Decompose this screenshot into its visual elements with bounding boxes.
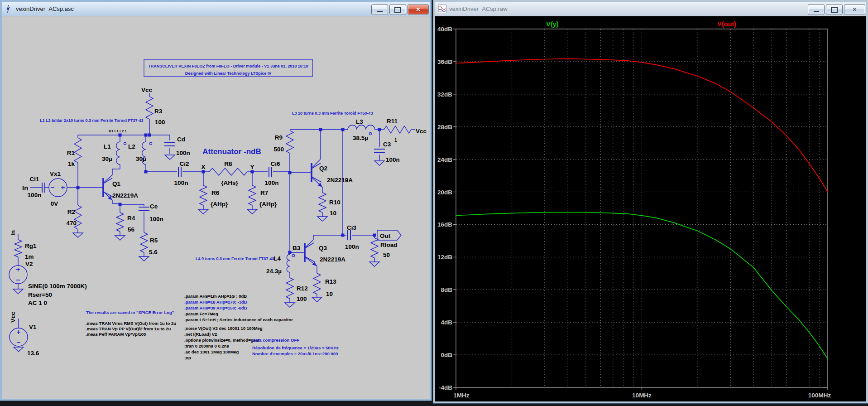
window-title: vexinDriver_ACsp.asc [16, 5, 74, 12]
schematic-label: 100n [345, 243, 359, 250]
schematic-label: R7 [260, 189, 268, 196]
schematic-label: Data compression OFF [252, 338, 299, 343]
y-axis-tick-label: 12dB [437, 254, 452, 261]
schematic-canvas[interactable]: TRANSCEIVER VEXIN F8EOZ from F8FEO - Dri… [2, 16, 430, 399]
schematic-label: Ce [150, 203, 158, 210]
schematic-label: R13 [325, 278, 336, 285]
schematic-label: .param AHs=1m AHp=1G ; 0dB [184, 294, 247, 299]
schematic-label: .net I(RLoad) V2 [184, 332, 217, 337]
ltspice-schematic-window: vexinDriver_ACsp.asc ✕ TRANSCEIVER VEXIN… [0, 0, 432, 401]
schematic-label: Out [380, 232, 391, 239]
y-axis-tick-label: 16dB [437, 221, 452, 228]
schematic-label: .meas TRAN Vrms RMS V(Out) from 1u to 2u [86, 321, 176, 326]
schematic-label: 1k [68, 160, 75, 167]
schematic-label: .meas TRAN Vp PP V(Out)/2 from 1u to 2u [86, 326, 171, 331]
schematic-label: 100n [28, 192, 42, 198]
minimize-icon [814, 11, 819, 12]
schematic-label: AC 1 0 [28, 300, 47, 306]
schematic-label: Rg1 [25, 242, 37, 249]
maximize-button[interactable] [826, 4, 843, 15]
schematic-label: 100n [149, 216, 163, 222]
schematic-label: ;noise V(Out) V2 dec 10001 10 100Meg [184, 326, 263, 331]
schematic-label: 100n [386, 156, 400, 163]
close-button[interactable]: ✕ [408, 4, 429, 15]
y-axis-tick-label: 36dB [437, 58, 452, 65]
ltspice-waveform-window: vexinDriver_ACsp.raw ✕ 40dB36dB32dB28dB2… [433, 0, 868, 403]
waveform-icon [438, 5, 446, 13]
schematic-label: 2N2219A [327, 177, 353, 184]
schematic-label: .param Fc=7Meg [184, 311, 218, 316]
schematic-label: TRANSCEIVER VEXIN F8EOZ from F8FEO - Dri… [148, 64, 308, 68]
y-axis-tick-label: 8dB [441, 286, 452, 293]
schematic-label: 10 [330, 210, 336, 217]
schematic-label: Rser=50 [28, 291, 52, 298]
schematic-label: L2 [128, 143, 135, 150]
schematic-label: ;op [184, 355, 191, 360]
legend-entry: V(out) [717, 20, 736, 28]
schematic-label: L3 [356, 118, 363, 125]
x-axis-tick-label: 1MHz [453, 392, 470, 399]
schematic-label: Ci1 [29, 176, 39, 183]
maximize-button[interactable] [389, 4, 406, 15]
schematic-label: L1 L2 bifilar 2x10 turns 0.3 mm Ferrite … [40, 118, 143, 123]
schematic-label: Q1 [112, 180, 121, 187]
schematic-label: L4 9 turns 0.3 mm Ferrite Toroid FT37-43 [196, 256, 274, 261]
schematic-label: Ci6 [270, 160, 280, 167]
schematic-label: Q2 [319, 165, 327, 172]
schematic-label: 100 [155, 119, 165, 126]
waveform-plot-canvas[interactable]: 40dB36dB32dB28dB24dB20dB16dB12dB8dB4dB0d… [435, 16, 866, 401]
schematic-label: R11 [387, 118, 398, 125]
schematic-label: In [22, 184, 28, 192]
schematic-label: .ac dec 1001 1Meg 100Meg [184, 349, 239, 354]
schematic-label: 30µ [102, 155, 112, 162]
schematic-window-titlebar[interactable]: vexinDriver_ACsp.asc ✕ [2, 2, 430, 16]
schematic-label: 10 [326, 290, 333, 297]
schematic-label: {AHp} [211, 201, 228, 208]
schematic-label: X [201, 164, 205, 170]
y-axis-tick-label: -4dB [439, 384, 452, 391]
minimize-icon [377, 11, 383, 12]
schematic-label: R3 [154, 108, 163, 115]
waveform-window-titlebar[interactable]: vexinDriver_ACsp.raw ✕ [435, 2, 866, 16]
schematic-label: 1 [394, 137, 397, 143]
schematic-label: C3 [383, 141, 391, 148]
x-axis-tick-label: 100MHz [808, 392, 831, 399]
schematic-label: L1 [104, 143, 111, 150]
schematic-label: R12 [297, 285, 308, 292]
minimize-button[interactable] [371, 4, 388, 15]
y-axis-tick-label: 32dB [437, 91, 452, 98]
x-axis-tick-label: 10MHz [632, 392, 652, 399]
waveform-plot: 40dB36dB32dB28dB24dB20dB16dB12dB8dB4dB0d… [435, 16, 866, 403]
y-axis-tick-label: 0dB [441, 352, 452, 358]
schematic-label: R2 [67, 208, 75, 215]
maximize-icon [831, 7, 838, 13]
schematic-label: The results are saved in "SPICE Error Lo… [86, 310, 174, 315]
close-icon: ✕ [416, 6, 420, 13]
schematic-label: Vx1 [50, 170, 61, 177]
schematic-label: R4 [127, 215, 135, 222]
schematic-label: K1 L1 L2 1 [109, 129, 127, 133]
legend-entry: V(y) [546, 20, 559, 28]
schematic-label: 0V [51, 200, 58, 207]
schematic-label: 13.6 [27, 350, 39, 357]
schematic-label: Q3 [319, 245, 327, 251]
schematic-label: SINE(0 100m 7000K) [28, 283, 87, 290]
schematic-label: 100 [297, 295, 307, 302]
y-axis-tick-label: 24dB [437, 156, 452, 163]
schematic-label: R8 [224, 160, 232, 167]
close-button[interactable]: ✕ [844, 4, 865, 15]
schematic-label: .options plotwinsize=0, method=gear [184, 338, 260, 343]
schematic-label: 50 [383, 251, 390, 258]
schematic-label: 470 [66, 220, 77, 227]
schematic-label: 30µ [136, 155, 146, 162]
minimize-button[interactable] [808, 4, 825, 15]
schematic-label: 24.3µ [266, 268, 282, 275]
maximize-icon [394, 7, 401, 13]
schematic-label: {AHp} [259, 201, 277, 208]
schematic-label: 56 [128, 226, 135, 233]
schematic-label: R10 [329, 199, 340, 206]
schematic-label: .param LS=1nH ; Series Inductance of eac… [184, 317, 293, 322]
schematic-label: Vcc [141, 87, 153, 93]
schematic-label: Designed with Linear Technology LTSpice … [185, 71, 272, 76]
window-title: vexinDriver_ACsp.raw [449, 5, 508, 12]
